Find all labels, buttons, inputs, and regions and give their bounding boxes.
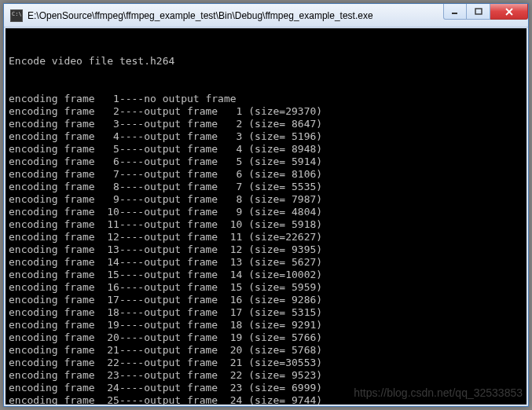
console-line: encoding frame 23----output frame 22 (si…	[9, 369, 523, 382]
console-line: encoding frame 16----output frame 15 (si…	[9, 281, 523, 294]
window-controls	[443, 4, 528, 21]
console-line: encoding frame 14----output frame 13 (si…	[9, 256, 523, 269]
console-line: encoding frame 24----output frame 23 (si…	[9, 382, 523, 394]
console-line: encoding frame 10----output frame 9 (siz…	[9, 206, 523, 218]
console-line: encoding frame 2----output frame 1 (size…	[9, 105, 523, 118]
titlebar[interactable]: E:\OpenSource\ffmpeg\ffmpeg_example_test…	[4, 4, 528, 27]
console-line: encoding frame 21----output frame 20 (si…	[9, 344, 523, 357]
close-button[interactable]	[490, 4, 528, 20]
minimize-icon	[451, 8, 459, 16]
console-line: encoding frame 18----output frame 17 (si…	[9, 306, 523, 319]
console-line: encoding frame 25----output frame 24 (si…	[9, 394, 523, 406]
console-lines: encoding frame 1----no output frameencod…	[9, 93, 523, 406]
console-header: Encode video file test.h264	[9, 55, 523, 68]
console-line: encoding frame 12----output frame 11 (si…	[9, 231, 523, 243]
console-line: encoding frame 17----output frame 16 (si…	[9, 294, 523, 306]
console-window: E:\OpenSource\ffmpeg\ffmpeg_example_test…	[3, 3, 529, 407]
close-icon	[504, 8, 514, 16]
console-line: encoding frame 13----output frame 12 (si…	[9, 243, 523, 256]
console-line: encoding frame 5----output frame 4 (size…	[9, 143, 523, 156]
console-line: encoding frame 6----output frame 5 (size…	[9, 156, 523, 168]
console-line: encoding frame 7----output frame 6 (size…	[9, 168, 523, 181]
console-line: encoding frame 4----output frame 3 (size…	[9, 130, 523, 143]
maximize-icon	[475, 8, 482, 16]
console-line: encoding frame 9----output frame 8 (size…	[9, 193, 523, 206]
svg-rect-1	[475, 9, 482, 14]
console-line: encoding frame 22----output frame 21 (si…	[9, 357, 523, 369]
console-line: encoding frame 1----no output frame	[9, 93, 523, 105]
console-output[interactable]: Encode video file test.h264 encoding fra…	[4, 27, 528, 406]
minimize-button[interactable]	[443, 4, 467, 20]
console-line: encoding frame 15----output frame 14 (si…	[9, 269, 523, 281]
console-line: encoding frame 3----output frame 2 (size…	[9, 118, 523, 130]
maximize-button[interactable]	[467, 4, 490, 20]
console-line: encoding frame 19----output frame 18 (si…	[9, 319, 523, 331]
window-title: E:\OpenSource\ffmpeg\ffmpeg_example_test…	[28, 10, 443, 21]
app-icon	[10, 9, 23, 22]
console-line: encoding frame 8----output frame 7 (size…	[9, 181, 523, 193]
console-line: encoding frame 11----output frame 10 (si…	[9, 218, 523, 231]
console-line: encoding frame 20----output frame 19 (si…	[9, 331, 523, 344]
